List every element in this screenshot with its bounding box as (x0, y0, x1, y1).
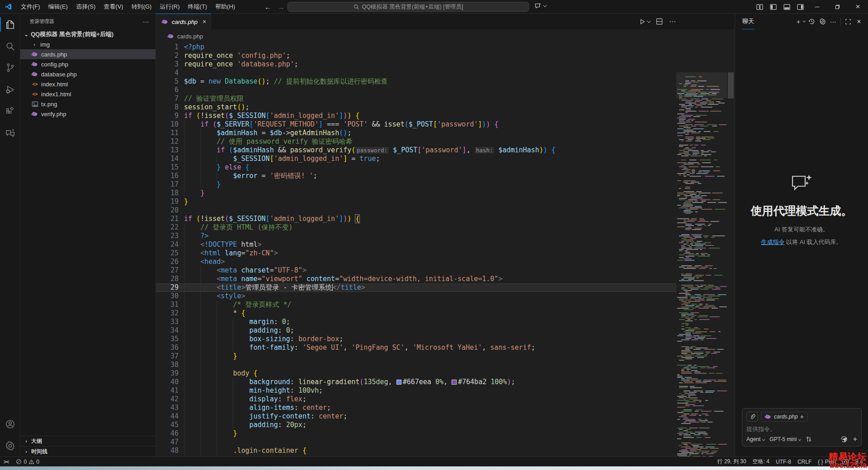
code-line[interactable]: 38 (156, 361, 676, 369)
code-editor[interactable]: 1<?php2require_once 'config.php';3requir… (156, 43, 735, 456)
line-number[interactable]: 8 (156, 103, 179, 112)
line-number[interactable]: 40 (156, 378, 179, 386)
extensions-icon[interactable] (0, 100, 20, 122)
remote-indicator-icon[interactable]: >< (0, 457, 13, 467)
line-number[interactable]: 4 (156, 69, 179, 77)
timeline-section[interactable]: › 时间线 (20, 446, 156, 456)
code-line[interactable]: 31 /* 登录页样式 */ (156, 301, 676, 309)
accounts-icon[interactable] (0, 413, 20, 435)
code-line[interactable]: 26 <head> (156, 258, 676, 266)
line-number[interactable]: 46 (156, 429, 179, 438)
chat-more-icon[interactable]: ⋯ (828, 16, 839, 27)
line-number[interactable]: 13 (156, 146, 179, 155)
encoding[interactable]: UTF-8 (773, 457, 794, 467)
file-item-tx-png[interactable]: tx.png (20, 99, 156, 109)
line-number[interactable]: 3 (156, 60, 179, 69)
code-line[interactable]: 19} (156, 197, 676, 206)
code-line[interactable]: 11 $adminHash = $db->getAdminHash(); (156, 129, 676, 137)
close-window-button[interactable]: × (848, 0, 868, 14)
code-line[interactable]: 43 align-items: center; (156, 404, 676, 412)
send-button[interactable] (840, 436, 848, 443)
line-number[interactable]: 9 (156, 112, 179, 120)
folder-root[interactable]: ⌄ QQ模拟器 黑色背景(前端+后端) (20, 29, 156, 39)
toggle-panel-icon[interactable] (780, 0, 793, 14)
code-line[interactable]: 1<?php (156, 43, 676, 52)
code-line[interactable]: 21if (!isset($_SESSION['admin_logged_in'… (156, 215, 676, 223)
code-line[interactable]: 12 // 使用 password_verify 验证密码哈希 (156, 137, 676, 146)
line-number[interactable]: 25 (156, 249, 179, 258)
code-line[interactable]: 36 font-family: 'Segoe UI', 'PingFang SC… (156, 343, 676, 352)
code-line[interactable]: 9if (!isset($_SESSION['admin_logged_in']… (156, 112, 676, 120)
line-number[interactable]: 10 (156, 120, 179, 129)
minimize-button[interactable]: ─ (807, 0, 827, 14)
line-number[interactable]: 33 (156, 318, 179, 326)
code-line[interactable]: 45 padding: 20px; (156, 421, 676, 429)
problems-indicator[interactable]: 0 0 (13, 457, 42, 467)
file-item-cards-php[interactable]: cards.php (20, 49, 156, 59)
code-line[interactable]: 24 <!DOCTYPE html> (156, 240, 676, 249)
menu-item[interactable]: 编辑(E) (44, 0, 72, 14)
outline-section[interactable]: › 大纲 (20, 436, 156, 446)
nav-back-icon[interactable]: ← (264, 3, 271, 11)
code-line[interactable]: 10 if ($_SERVER['REQUEST_METHOD'] === 'P… (156, 120, 676, 129)
code-line[interactable]: 8session_start(); (156, 103, 676, 112)
line-number[interactable]: 45 (156, 421, 179, 429)
file-item-config-php[interactable]: config.php (20, 59, 156, 69)
code-line[interactable]: 33 margin: 0; (156, 318, 676, 326)
new-chat-icon[interactable]: + (795, 16, 806, 27)
line-number[interactable]: 28 (156, 275, 179, 283)
explorer-icon[interactable] (0, 14, 20, 35)
source-control-icon[interactable] (0, 57, 20, 79)
code-line[interactable]: 48 .login-container { (156, 446, 676, 455)
generate-instructions-link[interactable]: 生成指令 (761, 239, 784, 245)
editor-more-actions-icon[interactable]: ⋯ (669, 18, 676, 26)
line-number[interactable]: 11 (156, 129, 179, 137)
line-number[interactable]: 41 (156, 386, 179, 395)
menu-item[interactable]: 终端(T) (184, 0, 211, 14)
code-line[interactable]: 35 box-sizing: border-box; (156, 335, 676, 343)
menu-item[interactable]: 转到(G) (127, 0, 156, 14)
line-number[interactable]: 29 (156, 283, 179, 292)
line-number[interactable]: 2 (156, 52, 179, 60)
line-number[interactable]: 14 (156, 155, 179, 163)
line-number[interactable]: 22 (156, 223, 179, 232)
run-debug-icon[interactable] (0, 79, 20, 100)
line-number[interactable]: 26 (156, 258, 179, 266)
code-line[interactable]: 40 background: linear-gradient(135deg, #… (156, 378, 676, 386)
line-number[interactable]: 12 (156, 137, 179, 146)
cursor-position[interactable]: 行 29, 列 30 (714, 457, 750, 467)
file-item-img[interactable]: ›img (20, 39, 156, 49)
code-line[interactable]: 25 <html lang="zh-CN"> (156, 249, 676, 258)
menu-item[interactable]: 帮助(H) (211, 0, 239, 14)
chat-history-icon[interactable] (806, 16, 817, 27)
file-item-verify-php[interactable]: verify.php (20, 109, 156, 119)
chat-tab[interactable]: 聊天 (742, 14, 754, 29)
code-line[interactable]: 17 } (156, 180, 676, 189)
line-number[interactable]: 15 (156, 163, 179, 172)
editor-scrollbar[interactable] (727, 72, 735, 456)
line-number[interactable]: 18 (156, 189, 179, 197)
line-number[interactable]: 27 (156, 266, 179, 275)
file-item-database-php[interactable]: database.php (20, 69, 156, 79)
menu-item[interactable]: 文件(F) (17, 0, 44, 14)
line-number[interactable]: 34 (156, 326, 179, 335)
chat-icon[interactable] (0, 122, 20, 144)
model-picker[interactable]: GPT-5 mini (769, 436, 800, 442)
minimap[interactable] (676, 72, 727, 456)
line-number[interactable]: 42 (156, 395, 179, 404)
toggle-secondary-sidebar-icon[interactable] (793, 0, 807, 14)
line-number[interactable]: 48 (156, 446, 179, 455)
explorer-more-icon[interactable]: ⋯ (143, 18, 149, 25)
file-item-index1-html[interactable]: <>index1.html (20, 89, 156, 99)
settings-gear-icon[interactable] (0, 435, 20, 456)
line-number[interactable]: 37 (156, 352, 179, 361)
add-context-icon[interactable]: + (800, 413, 804, 420)
indentation[interactable]: 空格: 4 (750, 457, 773, 467)
scrollbar-slider[interactable] (728, 72, 734, 99)
code-line[interactable]: 30 <style> (156, 292, 676, 301)
eol-sequence[interactable]: CRLF (794, 457, 815, 467)
code-line[interactable]: 32 * { (156, 309, 676, 318)
line-number[interactable]: 36 (156, 343, 179, 352)
attach-context-button[interactable] (746, 412, 758, 422)
code-line[interactable]: 23 ?> (156, 232, 676, 240)
